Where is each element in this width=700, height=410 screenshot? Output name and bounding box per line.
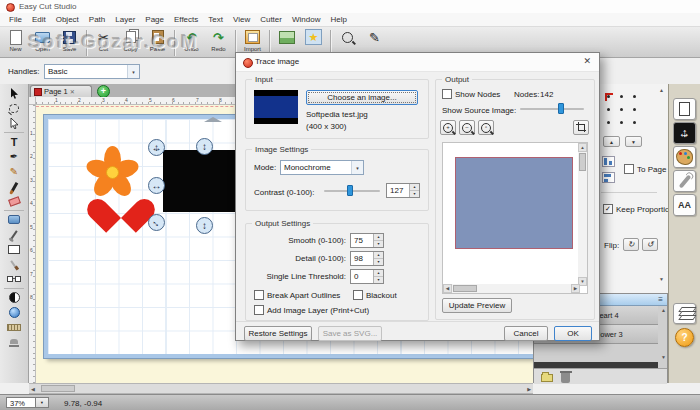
layers-scroll-down[interactable]: ▼ (661, 354, 666, 360)
tab-colors[interactable] (673, 146, 696, 168)
zoom-in-button[interactable]: + (440, 120, 456, 135)
panel-scroll-up[interactable]: ▲ (659, 87, 664, 93)
paste-button[interactable]: Paste (144, 29, 171, 56)
crop-button[interactable] (573, 120, 589, 135)
preview-hscrollbar[interactable]: ◀ ▶ (443, 284, 580, 293)
move-handle[interactable]: ↔ ↕ (148, 139, 165, 156)
new-layer-icon[interactable] (541, 374, 553, 382)
dialog-title-bar[interactable]: Trace image ✕ (236, 53, 599, 72)
zoom-out-button[interactable]: − (459, 120, 475, 135)
mode-select[interactable]: Monochrome ▾ (280, 160, 364, 175)
save-button[interactable]: Save (56, 29, 83, 56)
keep-proportions-checkbox[interactable]: ✓ Keep Proportions (603, 204, 678, 214)
scroll-thumb[interactable] (579, 153, 586, 171)
select-tool[interactable] (3, 86, 25, 101)
trash-icon[interactable] (561, 373, 570, 383)
shapes-tool[interactable] (3, 212, 25, 227)
menu-text[interactable]: Text (203, 15, 228, 24)
tab-settings[interactable] (673, 170, 696, 192)
eraser-tool[interactable] (3, 194, 25, 209)
flip-vertical-button[interactable]: ↺ (642, 238, 658, 251)
menu-object[interactable]: Object (51, 15, 84, 24)
skew-handle[interactable]: ↕ (196, 217, 213, 234)
zoom-fit-button[interactable]: ▫ (478, 120, 494, 135)
update-preview-button[interactable]: Update Preview (442, 298, 512, 313)
measure-tool[interactable] (3, 320, 25, 335)
menu-window[interactable]: Window (287, 15, 325, 24)
show-source-slider[interactable] (520, 103, 584, 114)
menu-layer[interactable]: Layer (110, 15, 140, 24)
cancel-button[interactable]: Cancel (504, 326, 548, 341)
tab-position[interactable]: ↔ ↕ (673, 122, 696, 144)
menu-page[interactable]: Page (140, 15, 169, 24)
pencil-tool[interactable]: ✎ (3, 164, 25, 179)
eyedropper-tool[interactable] (3, 227, 25, 242)
handles-select[interactable]: Basic ▾ (44, 64, 140, 79)
spinner-buttons[interactable]: ▴▾ (373, 234, 383, 247)
layers-menu-icon[interactable]: ≡ (658, 295, 663, 304)
cut-button[interactable]: ✂ Cut (90, 29, 117, 56)
lasso-tool[interactable] (3, 101, 25, 116)
zoom-level-input[interactable]: 37% (6, 397, 36, 408)
spinner-buttons[interactable]: ▴▾ (373, 270, 383, 283)
scroll-thumb[interactable] (453, 285, 477, 292)
help-button[interactable]: ? (675, 328, 694, 347)
single-line-spinbox[interactable]: 0 ▴▾ (350, 269, 384, 284)
spinner-buttons[interactable]: ▴▾ (409, 184, 419, 197)
ok-button[interactable]: OK (554, 326, 592, 341)
open-button[interactable]: Open (29, 29, 56, 56)
choose-image-button[interactable]: Choose an image... (306, 90, 418, 105)
undo-button[interactable]: ↶ Undo (178, 29, 205, 56)
nudge-up-button[interactable]: ▲ (603, 136, 620, 147)
contrast-slider[interactable] (324, 185, 380, 196)
restore-settings-button[interactable]: Restore Settings (244, 326, 312, 341)
panel-scroll-down[interactable]: ▼ (659, 276, 664, 282)
break-apart-checkbox[interactable]: Break Apart Outlines (254, 290, 340, 300)
contrast-spinbox[interactable]: 127 ▴▾ (386, 183, 420, 198)
blackout-checkbox[interactable]: Blackout (353, 290, 397, 300)
close-icon[interactable]: ✕ (70, 88, 75, 95)
scroll-left-icon[interactable]: ◀ (31, 386, 35, 392)
tab-page-1[interactable]: Page 1 ✕ (30, 85, 92, 97)
knife-tool[interactable] (3, 257, 25, 272)
show-nodes-checkbox[interactable]: Show Nodes (442, 89, 500, 99)
canvas-hscrollbar[interactable]: ◀ ▶ (29, 383, 533, 394)
copy-button[interactable]: Copy (117, 29, 144, 56)
rotate-handle[interactable]: ↔ (148, 214, 165, 231)
save-as-svg-button[interactable]: Save as SVG... (318, 326, 382, 341)
flip-horizontal-button[interactable]: ↻ (623, 238, 639, 251)
preview-vscrollbar[interactable]: ▲ ▼ (578, 143, 587, 286)
heart-shape[interactable] (100, 185, 142, 223)
collapse-arrow-icon[interactable] (204, 117, 222, 122)
menu-effects[interactable]: Effects (169, 15, 203, 24)
add-image-layer-checkbox[interactable]: Add Image Layer (Print+Cut) (254, 305, 369, 315)
scroll-thumb[interactable] (41, 385, 75, 392)
layers-toggle-button[interactable] (673, 303, 696, 324)
node-edit-tool[interactable] (3, 272, 25, 287)
zoom-dropdown-button[interactable]: ▾ (36, 397, 49, 408)
new-button[interactable]: New (2, 29, 29, 56)
resize-vertical-handle[interactable]: ↕ (196, 138, 213, 155)
menu-path[interactable]: Path (84, 15, 110, 24)
imported-image[interactable] (163, 150, 243, 212)
fill-tool[interactable] (3, 290, 25, 305)
pen-tool[interactable]: ✒ (3, 149, 25, 164)
dialog-close-icon[interactable]: ✕ (583, 56, 591, 66)
scroll-right-icon[interactable]: ▶ (527, 386, 531, 392)
menu-cutter[interactable]: Cutter (255, 15, 287, 24)
nudge-down-button[interactable]: ▼ (625, 136, 642, 147)
rectangle-tool[interactable] (3, 242, 25, 257)
arrange-icon[interactable] (602, 172, 615, 183)
redo-button[interactable]: ↷ Redo (205, 29, 232, 56)
text-tool[interactable]: T (3, 134, 25, 149)
menu-view[interactable]: View (228, 15, 255, 24)
resize-horizontal-handle[interactable]: ↔ (148, 177, 165, 194)
menu-edit[interactable]: Edit (27, 15, 51, 24)
tab-fonts[interactable]: AA (673, 194, 696, 216)
to-page-checkbox[interactable]: To Page (624, 164, 666, 174)
align-icon[interactable] (602, 156, 615, 167)
direct-select-tool[interactable] (3, 116, 25, 131)
menu-file[interactable]: File (4, 15, 27, 24)
stamp-tool[interactable] (3, 335, 25, 350)
trace-preview[interactable]: ▲ ▼ ◀ ▶ (442, 142, 588, 294)
